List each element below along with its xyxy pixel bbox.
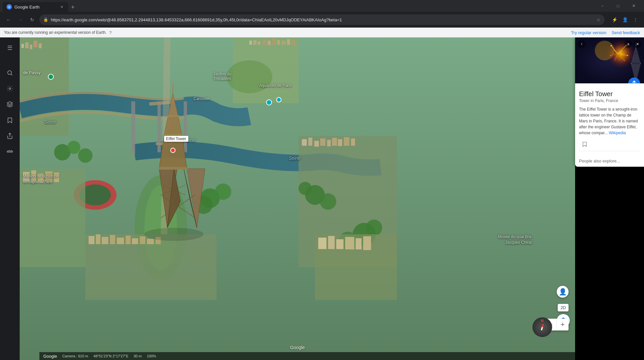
svg-point-105: [624, 60, 625, 61]
panel-subtitle: Tower in Paris, France: [579, 98, 640, 103]
svg-point-82: [171, 148, 175, 153]
svg-rect-6: [253, 40, 257, 45]
try-regular-version-link[interactable]: Try regular version: [571, 30, 606, 35]
svg-rect-33: [308, 138, 312, 146]
svg-rect-78: [158, 167, 188, 170]
svg-rect-9: [268, 41, 271, 45]
menu-icon[interactable]: ☰: [3, 41, 16, 54]
svg-rect-19: [33, 41, 37, 47]
map-svg: [20, 37, 575, 360]
eiffel-tower-label[interactable]: Eiffel Tower: [164, 136, 188, 142]
panel-collapse-button[interactable]: [578, 40, 586, 48]
security-lock-icon: 🔒: [43, 17, 48, 22]
svg-rect-36: [327, 140, 331, 146]
profile-icon[interactable]: 👤: [620, 15, 630, 24]
camera-info: Camera : 610 m: [62, 354, 88, 358]
svg-rect-10: [272, 39, 276, 45]
svg-rect-18: [30, 45, 32, 49]
tab-bar: G Google Earth ✕ + − □ ✕: [0, 0, 644, 12]
pegman-button[interactable]: 👤: [557, 286, 569, 298]
layers-icon[interactable]: [3, 98, 16, 111]
panel-expand-button[interactable]: ∧: [624, 40, 632, 48]
panel-content: Eiffel Tower Tower in Paris, France The …: [575, 83, 644, 155]
minimize-button[interactable]: −: [595, 0, 610, 12]
svg-rect-32: [302, 139, 307, 146]
svg-rect-80: [167, 115, 179, 117]
experimental-info-bar: You are currently running an experimenta…: [0, 28, 644, 37]
help-icon[interactable]: ?: [109, 30, 112, 35]
svg-rect-76: [363, 236, 371, 250]
send-feedback-link[interactable]: Send feedback: [612, 30, 640, 35]
svg-rect-61: [96, 234, 100, 244]
compass-north-label: N: [541, 319, 544, 323]
svg-rect-73: [336, 239, 343, 249]
bookmark-star-icon[interactable]: ☆: [596, 17, 601, 22]
svg-rect-62: [102, 237, 108, 244]
svg-rect-37: [332, 138, 337, 146]
wikipedia-link[interactable]: Wikipedia: [609, 131, 626, 135]
extensions-icon[interactable]: ⚡: [610, 15, 619, 24]
svg-rect-8: [262, 39, 266, 45]
svg-rect-7: [258, 41, 260, 45]
map-canvas[interactable]: Seine Seine Seine de Passy Jardins duTro…: [20, 37, 575, 360]
save-action-button[interactable]: [579, 140, 590, 148]
svg-rect-110: [633, 53, 638, 54]
url-text: https://earth.google.com/web/@48.8583701…: [51, 17, 594, 22]
active-tab[interactable]: G Google Earth ✕: [3, 2, 68, 12]
zoom-plus-button[interactable]: +: [557, 319, 569, 330]
maximize-button[interactable]: □: [611, 0, 626, 12]
back-button[interactable]: ←: [4, 15, 13, 24]
elevation-info: 30 m: [134, 354, 141, 358]
share-icon[interactable]: [3, 129, 16, 142]
search-icon[interactable]: [3, 66, 16, 79]
svg-rect-11: [277, 40, 280, 45]
svg-rect-67: [140, 236, 145, 244]
svg-rect-71: [318, 238, 326, 249]
compass[interactable]: N: [532, 317, 552, 337]
svg-rect-12: [281, 41, 286, 45]
address-bar[interactable]: 🔒 https://earth.google.com/web/@48.85837…: [39, 14, 605, 25]
settings-icon[interactable]: [3, 82, 16, 95]
panel-description: The Eiffel Tower is a wrought-iron latti…: [579, 106, 640, 136]
svg-rect-43: [31, 170, 36, 182]
main-content: ☰: [0, 37, 644, 360]
svg-rect-5: [249, 41, 252, 45]
info-message: You are currently running an experimenta…: [4, 30, 107, 35]
svg-rect-46: [54, 173, 59, 182]
refresh-button[interactable]: ↻: [28, 15, 37, 24]
svg-point-1: [9, 88, 11, 90]
more-options-icon[interactable]: ⋮: [631, 15, 640, 24]
bookmark-icon[interactable]: [3, 114, 16, 127]
svg-point-94: [595, 41, 614, 60]
svg-rect-63: [110, 235, 115, 244]
zoom-level: 100%: [147, 354, 156, 358]
tab-favicon: G: [7, 4, 12, 10]
svg-point-55: [299, 182, 312, 195]
forward-button[interactable]: →: [16, 15, 25, 24]
tab-title: Google Earth: [14, 5, 40, 10]
ruler-icon[interactable]: [3, 145, 16, 158]
svg-rect-17: [25, 42, 29, 48]
status-google: Google: [43, 354, 57, 359]
svg-rect-35: [320, 138, 325, 146]
svg-point-51: [215, 183, 231, 200]
svg-rect-38: [338, 139, 342, 146]
compass-needle: [541, 324, 544, 330]
svg-rect-40: [351, 138, 355, 146]
panel-close-button[interactable]: ✕: [634, 40, 641, 48]
svg-rect-41: [20, 169, 85, 267]
new-tab-button[interactable]: +: [68, 3, 77, 12]
browser-actions: ⚡ 👤 ⋮: [610, 15, 640, 24]
coordinates: 48°51'23"N 2°17'27"E: [93, 354, 128, 358]
svg-rect-72: [328, 236, 335, 249]
svg-rect-15: [20, 37, 69, 136]
info-panel: ∧ ✕ Eiffel Tower Tower in Paris, France …: [575, 37, 644, 167]
svg-rect-45: [45, 171, 52, 182]
svg-rect-2: [7, 151, 13, 152]
tab-close-button[interactable]: ✕: [59, 4, 64, 10]
close-button[interactable]: ✕: [626, 0, 641, 12]
2d-mode-button[interactable]: 2D: [558, 304, 569, 311]
panel-title: Eiffel Tower: [579, 90, 640, 98]
svg-rect-28: [184, 101, 187, 152]
svg-rect-68: [147, 239, 154, 244]
